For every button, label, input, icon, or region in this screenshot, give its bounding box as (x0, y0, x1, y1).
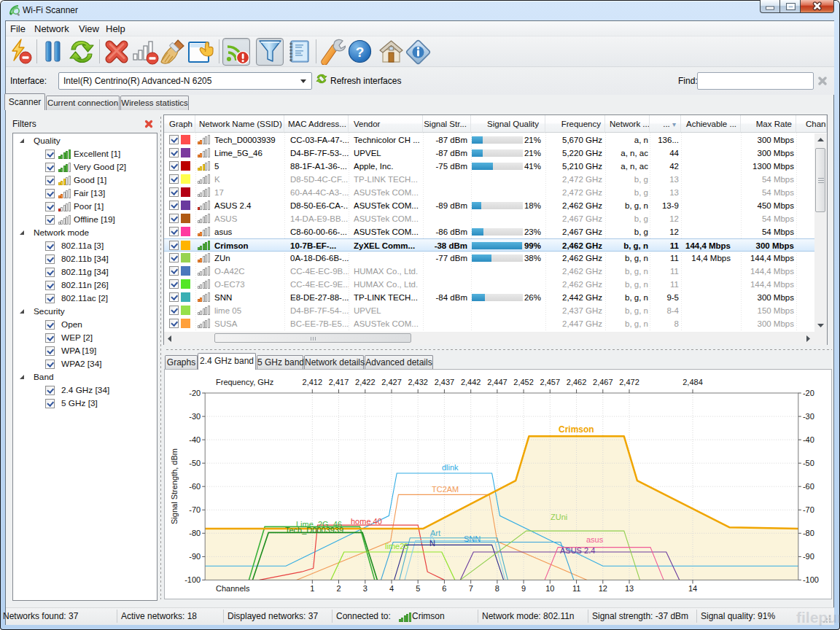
svg-text:asus: asus (586, 535, 604, 544)
svg-text:2: 2 (336, 584, 341, 593)
svg-text:TC2AM: TC2AM (432, 485, 459, 494)
svg-text:-70: -70 (803, 505, 814, 514)
svg-text:Channels: Channels (216, 584, 250, 593)
svg-text:Frequency, GHz: Frequency, GHz (216, 378, 273, 386)
svg-text:ZUni: ZUni (551, 513, 567, 521)
svg-text:8: 8 (495, 584, 499, 593)
svg-text:?: ? (356, 44, 365, 60)
svg-text:Tech_D0003939: Tech_D0003939 (285, 526, 343, 534)
svg-text:1: 1 (310, 584, 314, 593)
svg-text:-90: -90 (189, 552, 201, 561)
svg-text:2,452: 2,452 (513, 378, 534, 386)
svg-text:-60: -60 (803, 482, 814, 491)
svg-text:4: 4 (389, 584, 394, 593)
svg-text:N: N (429, 539, 435, 548)
svg-text:-40: -40 (803, 435, 814, 444)
svg-text:2,472: 2,472 (619, 378, 639, 386)
svg-text:SNN: SNN (464, 534, 481, 543)
svg-text:7: 7 (469, 584, 473, 593)
svg-text:-90: -90 (803, 552, 814, 561)
svg-text:-50: -50 (189, 459, 201, 467)
svg-text:-30: -30 (803, 412, 814, 421)
svg-text:11: 11 (572, 584, 580, 593)
svg-text:2,462: 2,462 (567, 378, 587, 386)
svg-text:6: 6 (442, 584, 446, 593)
svg-text:2,484: 2,484 (682, 378, 703, 386)
svg-text:-20: -20 (803, 389, 814, 397)
svg-text:13: 13 (625, 584, 634, 593)
svg-text:12: 12 (599, 584, 607, 593)
svg-text:-20: -20 (189, 389, 201, 397)
svg-text:2,417: 2,417 (329, 378, 349, 386)
svg-text:2,442: 2,442 (461, 378, 481, 386)
svg-text:-80: -80 (803, 529, 814, 537)
svg-text:-60: -60 (189, 482, 201, 491)
svg-text:14: 14 (688, 584, 697, 593)
svg-text:2,427: 2,427 (381, 378, 402, 386)
svg-text:3: 3 (363, 584, 368, 593)
svg-text:-100: -100 (803, 575, 819, 584)
svg-text:-70: -70 (189, 505, 201, 514)
svg-text:2,457: 2,457 (540, 378, 561, 386)
svg-text:Signal Strength, dBm: Signal Strength, dBm (170, 448, 179, 524)
svg-text:2,432: 2,432 (408, 378, 428, 386)
svg-text:5: 5 (416, 584, 420, 593)
svg-text:lime25: lime25 (385, 542, 408, 551)
svg-text:-40: -40 (189, 435, 201, 444)
svg-text:-100: -100 (184, 575, 201, 584)
svg-text:2,447: 2,447 (487, 378, 508, 386)
svg-text:-80: -80 (189, 529, 201, 537)
svg-text:2,422: 2,422 (355, 378, 376, 386)
svg-text:2,467: 2,467 (593, 378, 613, 386)
svg-text:dlink: dlink (442, 463, 459, 472)
svg-text:home.40: home.40 (351, 517, 382, 526)
svg-text:Crimson: Crimson (559, 424, 594, 435)
svg-text:ASUS 2.4: ASUS 2.4 (560, 546, 595, 555)
svg-text:10: 10 (545, 584, 554, 593)
svg-text:2,437: 2,437 (435, 378, 455, 386)
svg-text:2,412: 2,412 (303, 378, 323, 386)
svg-text:-30: -30 (189, 412, 201, 421)
svg-text:-50: -50 (803, 459, 814, 467)
svg-text:9: 9 (521, 584, 526, 593)
